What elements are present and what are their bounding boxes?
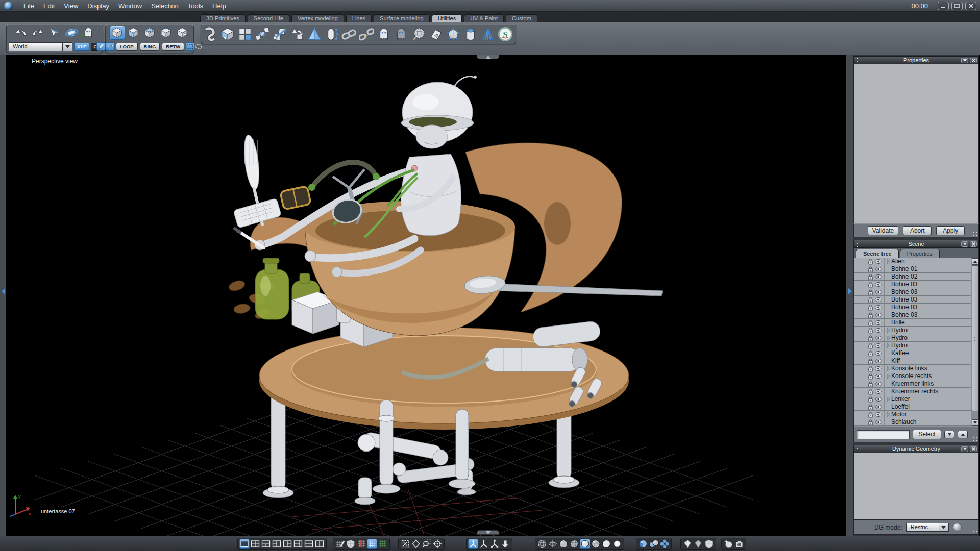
eye-icon[interactable] xyxy=(874,289,883,295)
panel-resize-grip[interactable] xyxy=(973,232,977,236)
eye-icon[interactable] xyxy=(874,366,883,371)
menu-window[interactable]: Window xyxy=(114,2,146,10)
tree-row-hydro[interactable]: Hydro xyxy=(854,334,971,342)
eye-icon[interactable] xyxy=(874,343,883,348)
scrollbar-down-icon[interactable] xyxy=(972,419,978,426)
perspective-viewport[interactable]: Perspective view untertasse 07 xyxy=(6,55,846,536)
expand-arrow-icon[interactable] xyxy=(886,412,891,417)
tree-row-kruemmer-rechts[interactable]: Kruemmer rechts xyxy=(854,388,971,395)
target-icon[interactable] xyxy=(432,539,443,549)
shade-smooth-icon[interactable] xyxy=(580,539,590,549)
eye-icon[interactable] xyxy=(874,412,883,417)
lock-icon[interactable] xyxy=(866,281,874,288)
collapse-bottom-toolbar-handle[interactable] xyxy=(477,530,499,535)
tree-row-lenker[interactable]: Lenker xyxy=(854,395,971,403)
scene-tree-scrollbar[interactable] xyxy=(971,258,978,427)
second-life-logo-icon[interactable]: S xyxy=(497,26,513,42)
tree-row-bohne-03[interactable]: Bohne 03 xyxy=(854,296,971,304)
select-up-icon[interactable] xyxy=(958,431,968,438)
lock-icon[interactable] xyxy=(866,319,874,326)
eye-icon[interactable] xyxy=(874,282,883,287)
tree-row-bohne-01[interactable]: Bohne 01 xyxy=(854,265,971,273)
rect-marquee-icon[interactable] xyxy=(185,42,194,51)
lock-icon[interactable] xyxy=(866,273,874,280)
sphere-sparkle-icon[interactable] xyxy=(723,539,733,549)
twist-tool-icon[interactable] xyxy=(202,26,218,42)
xyz-button[interactable]: XYZ xyxy=(74,43,89,51)
layout-single-icon[interactable] xyxy=(239,539,250,549)
zoom-region-icon[interactable] xyxy=(422,539,432,549)
menu-edit[interactable]: Edit xyxy=(39,2,59,10)
eye-icon[interactable] xyxy=(874,358,883,364)
menu-selection[interactable]: Selection xyxy=(146,2,183,10)
sphere-wrap-icon[interactable] xyxy=(410,26,427,42)
tab-3d-primitives[interactable]: 3D Primitives xyxy=(200,14,246,22)
panel-resize-grip[interactable] xyxy=(973,437,977,441)
scene-panel-header[interactable]: Scene xyxy=(853,240,979,248)
expand-arrow-icon[interactable] xyxy=(886,328,891,333)
menu-view[interactable]: View xyxy=(59,2,83,10)
cursor-cone-icon[interactable] xyxy=(47,26,63,40)
lock-icon[interactable] xyxy=(866,289,874,295)
eye-icon[interactable] xyxy=(874,312,883,318)
eye-icon[interactable] xyxy=(874,259,883,264)
plane-arrow-icon[interactable] xyxy=(428,26,444,42)
expand-arrow-icon[interactable] xyxy=(886,343,891,348)
shade-flat-icon[interactable] xyxy=(601,539,611,549)
shade-solid-wire-icon[interactable] xyxy=(569,539,579,549)
tab-custom[interactable]: Custom xyxy=(506,14,537,22)
layout-three-bottom-icon[interactable] xyxy=(261,539,271,549)
tree-row-konsole-rechts[interactable]: Konsole rechts xyxy=(854,372,971,380)
polygon-points-icon[interactable] xyxy=(445,26,461,42)
chain-cubes-icon[interactable] xyxy=(254,26,271,42)
window-minimize-button[interactable] xyxy=(938,2,949,10)
tree-row-kruemmer-links[interactable]: Kruemmer links xyxy=(854,380,971,388)
lock-icon[interactable] xyxy=(866,388,874,395)
scene-filter-input[interactable] xyxy=(857,430,910,439)
gizmo-translate-icon[interactable] xyxy=(468,539,478,549)
shade-textured-icon[interactable] xyxy=(591,539,601,549)
world-dropdown-arrow-icon[interactable] xyxy=(63,42,72,51)
slice-cubes-icon[interactable] xyxy=(272,26,288,42)
lock-icon[interactable] xyxy=(866,358,874,364)
tree-row-konsole-links[interactable]: Konsole links xyxy=(854,365,971,372)
eye-icon[interactable] xyxy=(874,320,883,325)
redo-arrow-icon[interactable] xyxy=(30,26,46,40)
select-face-cube-icon[interactable] xyxy=(126,26,141,40)
lock-icon[interactable] xyxy=(866,327,874,334)
panel-collapse-icon[interactable] xyxy=(961,58,968,63)
capsule-points-icon[interactable] xyxy=(324,26,340,42)
select-down-icon[interactable] xyxy=(944,431,954,438)
panel-resize-grip[interactable] xyxy=(973,529,977,534)
weld-chain-icon[interactable] xyxy=(341,26,357,42)
loop-button[interactable]: LOOP xyxy=(116,43,138,51)
lock-icon[interactable] xyxy=(866,373,874,380)
lock-icon[interactable] xyxy=(866,365,874,372)
eye-icon[interactable] xyxy=(874,389,883,394)
eye-icon[interactable] xyxy=(874,419,883,425)
tree-row-bohne-03[interactable]: Bohne 03 xyxy=(854,304,971,311)
select-edge-cube-icon[interactable] xyxy=(142,26,158,40)
apply-button[interactable]: Apply xyxy=(936,226,965,235)
window-maximize-button[interactable] xyxy=(951,2,963,10)
arrow-select-icon[interactable] xyxy=(106,42,115,51)
cylinder-uv-icon[interactable] xyxy=(462,26,479,42)
lock-icon[interactable] xyxy=(866,381,874,387)
menu-file[interactable]: File xyxy=(19,2,39,10)
eye-icon[interactable] xyxy=(874,404,883,410)
expand-arrow-icon[interactable] xyxy=(886,374,891,379)
tree-row-motor[interactable]: Motor xyxy=(854,411,971,418)
properties-panel-header[interactable]: Properties xyxy=(853,56,979,64)
viewport-3d-scene[interactable] xyxy=(6,55,846,536)
world-dropdown[interactable]: World xyxy=(9,42,72,51)
tree-row-bohne-02[interactable]: Bohne 02 xyxy=(854,273,971,281)
pyramid-tool-icon[interactable] xyxy=(306,26,323,42)
tree-row-kiff[interactable]: Kiff xyxy=(854,357,971,365)
shade-solid-icon[interactable] xyxy=(558,539,569,549)
panel-collapse-icon[interactable] xyxy=(961,446,968,452)
sphere-quad-icon[interactable] xyxy=(659,539,670,549)
eye-icon[interactable] xyxy=(874,328,883,333)
lock-icon[interactable] xyxy=(866,342,874,349)
shade-bright-icon[interactable] xyxy=(612,539,622,549)
grid-green-icon[interactable] xyxy=(378,539,388,549)
